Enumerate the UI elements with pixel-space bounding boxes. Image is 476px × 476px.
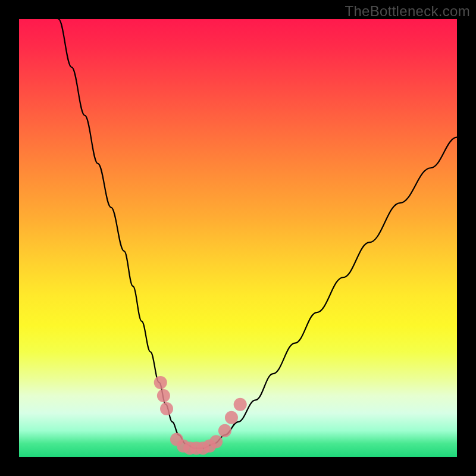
marker-dot	[154, 376, 167, 389]
marker-dot	[157, 389, 170, 402]
highlight-markers	[154, 376, 247, 455]
marker-dot	[209, 435, 223, 448]
watermark-text: TheBottleneck.com	[345, 3, 470, 20]
bottleneck-curve	[58, 19, 457, 448]
marker-dot	[218, 424, 231, 437]
marker-dot	[234, 398, 247, 411]
marker-dot	[225, 411, 238, 424]
chart-frame: TheBottleneck.com	[0, 0, 476, 476]
curve-layer	[19, 19, 457, 457]
plot-area	[19, 19, 457, 457]
marker-dot	[160, 402, 173, 415]
